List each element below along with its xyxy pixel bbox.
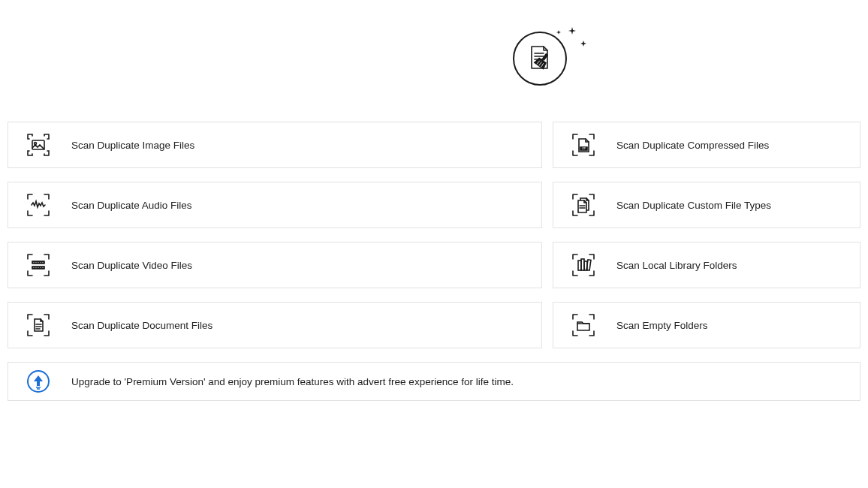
audio-scan-icon <box>23 190 53 220</box>
app-logo <box>513 32 580 99</box>
upgrade-premium-tile[interactable]: Upgrade to 'Premium Version' and enjoy p… <box>8 362 860 401</box>
sparkle-icon <box>556 30 561 35</box>
scan-duplicate-image-tile[interactable]: Scan Duplicate Image Files <box>8 122 542 168</box>
empty-folder-scan-icon <box>568 310 598 340</box>
scan-duplicate-video-tile[interactable]: Scan Duplicate Video Files <box>8 242 542 288</box>
document-cleaner-icon <box>513 32 567 86</box>
tile-label: Scan Local Library Folders <box>616 260 737 271</box>
svg-point-22 <box>35 267 36 268</box>
scan-duplicate-compressed-tile[interactable]: ZIP Scan Duplicate Compressed Files <box>553 122 860 168</box>
tile-label: Scan Duplicate Audio Files <box>71 200 192 211</box>
tile-label: Scan Duplicate Document Files <box>71 320 212 331</box>
svg-text:ZIP: ZIP <box>582 147 586 150</box>
video-scan-icon <box>23 250 53 280</box>
tile-label: Scan Duplicate Compressed Files <box>616 140 769 151</box>
compressed-scan-icon: ZIP <box>568 130 598 160</box>
upgrade-label: Upgrade to 'Premium Version' and enjoy p… <box>71 376 514 387</box>
library-scan-icon <box>568 250 598 280</box>
upgrade-icon <box>23 366 53 396</box>
tile-label: Scan Duplicate Image Files <box>71 140 194 151</box>
tile-label: Scan Empty Folders <box>616 320 708 331</box>
svg-point-18 <box>40 262 41 263</box>
svg-point-24 <box>40 267 41 268</box>
tile-label: Scan Duplicate Custom File Types <box>616 200 771 211</box>
image-scan-icon <box>23 130 53 160</box>
svg-point-21 <box>33 267 34 268</box>
document-scan-icon <box>23 310 53 340</box>
svg-point-19 <box>42 262 43 263</box>
scan-duplicate-custom-tile[interactable]: Scan Duplicate Custom File Types <box>553 182 860 228</box>
custom-scan-icon <box>568 190 598 220</box>
tile-label: Scan Duplicate Video Files <box>71 260 192 271</box>
sparkle-icon <box>580 41 586 47</box>
scan-options-grid: Scan Duplicate Image Files ZIP Scan Dupl… <box>0 122 868 348</box>
svg-point-16 <box>35 262 36 263</box>
svg-point-15 <box>33 262 34 263</box>
scan-duplicate-document-tile[interactable]: Scan Duplicate Document Files <box>8 302 542 348</box>
scan-empty-folders-tile[interactable]: Scan Empty Folders <box>553 302 860 348</box>
svg-point-25 <box>42 267 43 268</box>
scan-library-tile[interactable]: Scan Local Library Folders <box>553 242 860 288</box>
svg-point-23 <box>38 267 38 268</box>
scan-duplicate-audio-tile[interactable]: Scan Duplicate Audio Files <box>8 182 542 228</box>
header <box>0 0 868 122</box>
svg-point-17 <box>38 262 38 263</box>
svg-rect-29 <box>586 260 591 270</box>
sparkle-icon <box>568 27 576 35</box>
